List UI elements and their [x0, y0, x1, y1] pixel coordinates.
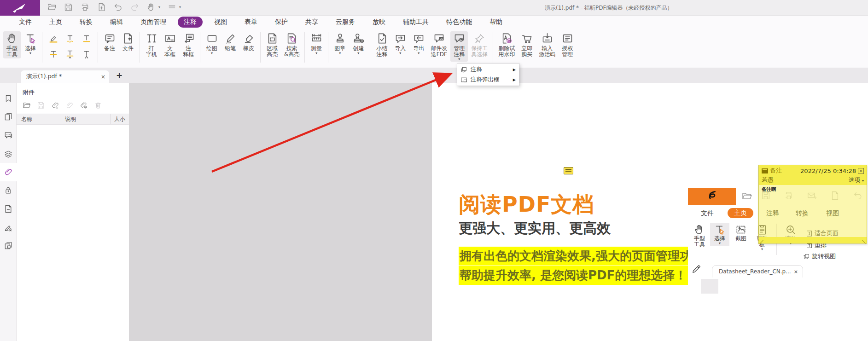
- measure-button[interactable]: 测量▾: [308, 31, 325, 56]
- dropdown-item-comment-popup[interactable]: 注释弹出框 ▶: [457, 75, 519, 85]
- pdf-page[interactable]: 阅读PDF文档 更强大、更实用、更高效 拥有出色的文档渲染效果,强大的页面管理功…: [432, 83, 868, 341]
- note-annotation-anchor-icon[interactable]: [564, 167, 573, 174]
- menu-tab-视图[interactable]: 视图: [208, 17, 233, 28]
- area-highlight-button[interactable]: 区域高亮: [263, 31, 281, 58]
- replace-text-button[interactable]: [63, 48, 77, 61]
- sticky-note-options[interactable]: 选项 ▾: [849, 176, 864, 184]
- highlight-text-button[interactable]: [46, 32, 61, 45]
- insert-text-button[interactable]: [79, 48, 94, 61]
- underline-text-button[interactable]: [79, 32, 94, 45]
- delete-attachment-icon[interactable]: [94, 101, 102, 110]
- reader-select-tool[interactable]: 选择 ▾: [710, 223, 729, 246]
- destinations-panel-icon[interactable]: [0, 200, 17, 218]
- open-file-icon[interactable]: [47, 2, 57, 12]
- menu-tab-表单[interactable]: 表单: [239, 17, 263, 28]
- sticky-note-body[interactable]: 备注啊: [759, 185, 867, 237]
- import-comments-button[interactable]: 导入▾: [391, 31, 409, 56]
- new-document-icon[interactable]: [97, 2, 106, 12]
- summarize-comments-button[interactable]: 小结注释: [373, 31, 390, 58]
- stamp-icon: [334, 32, 346, 45]
- menu-tab-特色功能[interactable]: 特色功能: [440, 17, 478, 28]
- menu-tab-云服务[interactable]: 云服务: [330, 17, 361, 28]
- column-size[interactable]: 大小: [111, 114, 129, 124]
- document-tab-label: 演示(1).pdf *: [26, 73, 62, 81]
- layers-panel-icon[interactable]: [0, 144, 17, 163]
- attachment-icon[interactable]: [65, 101, 74, 110]
- fields-panel-icon[interactable]: [0, 237, 17, 255]
- license-manage-button[interactable]: 授权管理: [559, 31, 576, 58]
- menu-tab-保护[interactable]: 保护: [269, 17, 294, 28]
- callout-button[interactable]: 注释框: [180, 31, 197, 58]
- add-attachment-icon[interactable]: [51, 101, 59, 110]
- new-tab-button[interactable]: +: [116, 71, 122, 80]
- squiggly-underline-button[interactable]: [63, 32, 77, 45]
- hand-tool-button[interactable]: 手型工具: [3, 31, 21, 58]
- manage-comments-button[interactable]: 管理注释▾: [450, 31, 468, 62]
- dropdown-item-comment[interactable]: 注释 ▶: [457, 64, 519, 75]
- reader-tab-home[interactable]: 主页: [728, 208, 753, 218]
- sticky-note-popup[interactable]: 备注 2022/7/25 0:34:28 × 若愚 选项 ▾ 备注啊: [758, 165, 867, 244]
- note-comment-button[interactable]: 备注: [101, 31, 118, 52]
- menu-tab-转换[interactable]: 转换: [74, 17, 99, 28]
- file-attachment-comment-button[interactable]: 文件: [119, 31, 137, 52]
- reader-open-folder-icon: [741, 191, 752, 202]
- strikeout-text-button[interactable]: [46, 48, 61, 61]
- pdf-highlighted-line2: 帮助提升效率, 是您阅读PDF的理想选择！: [459, 266, 689, 285]
- undo-icon[interactable]: [113, 2, 123, 12]
- sticky-note-close-icon[interactable]: ×: [858, 168, 864, 174]
- reader-snapshot-tool[interactable]: 截图: [731, 224, 751, 242]
- reader-page-strip: [701, 279, 718, 294]
- buy-now-button[interactable]: 立即购买: [518, 31, 536, 58]
- reader-document-tab[interactable]: Datasheet_Reader_CN.p... ×: [712, 265, 803, 277]
- sticky-note-author: 若愚: [762, 176, 774, 184]
- pencil-button[interactable]: 铅笔: [221, 31, 239, 52]
- reader-tab-close-icon[interactable]: ×: [794, 269, 798, 275]
- menu-tab-辅助工具[interactable]: 辅助工具: [397, 17, 435, 28]
- document-tab[interactable]: 演示(1).pdf * ×: [21, 70, 109, 83]
- save-icon[interactable]: [64, 2, 73, 12]
- comments-panel-icon[interactable]: [0, 126, 17, 144]
- menu-tab-共享[interactable]: 共享: [299, 17, 324, 28]
- bookmarks-panel-icon[interactable]: [0, 89, 17, 108]
- column-description[interactable]: 说明: [61, 114, 111, 124]
- redo-icon[interactable]: [130, 2, 140, 12]
- save-attachment-icon[interactable]: [37, 101, 45, 110]
- select-tool-button[interactable]: 选择▾: [22, 31, 39, 56]
- open-attachment-icon[interactable]: [23, 101, 31, 110]
- drawing-button[interactable]: 绘图▾: [203, 31, 221, 56]
- column-name[interactable]: 名称: [17, 114, 61, 124]
- menu-tab-文件[interactable]: 文件: [13, 17, 38, 28]
- enter-activation-code-button[interactable]: 输入激活码: [536, 31, 558, 58]
- menu-tab-放映[interactable]: 放映: [367, 17, 391, 28]
- textbox-button[interactable]: 文本框: [161, 31, 179, 58]
- pages-panel-icon[interactable]: [0, 108, 17, 126]
- attachment-settings-icon[interactable]: [80, 101, 88, 110]
- create-stamp-button[interactable]: 创建▾: [350, 31, 367, 56]
- reader-tab-file[interactable]: 文件: [701, 209, 714, 218]
- eraser-button[interactable]: 橡皮: [240, 31, 257, 52]
- menu-tab-注释[interactable]: 注释: [178, 17, 203, 28]
- menu-tab-编辑[interactable]: 编辑: [104, 17, 129, 28]
- export-comments-button[interactable]: 导出▾: [410, 31, 427, 56]
- sticky-note-resize-strip[interactable]: [759, 237, 867, 243]
- hand-quick-icon[interactable]: [146, 2, 156, 12]
- customize-toolbar-icon[interactable]: [167, 2, 177, 12]
- search-highlight-button[interactable]: 搜索&高亮: [282, 31, 302, 58]
- reader-hand-tool[interactable]: 手型工具: [690, 224, 709, 248]
- print-icon[interactable]: [80, 2, 90, 12]
- keep-tool-selected-button[interactable]: 保持工具选择: [469, 31, 490, 58]
- security-panel-icon[interactable]: [0, 181, 17, 200]
- signature-panel-icon[interactable]: [0, 218, 17, 237]
- attachments-panel-icon[interactable]: [0, 163, 17, 181]
- document-canvas[interactable]: 阅读PDF文档 更强大、更实用、更高效 拥有出色的文档渲染效果,强大的页面管理功…: [129, 83, 868, 341]
- remove-trial-watermark-button[interactable]: 删除试用水印: [496, 31, 517, 58]
- tab-close-icon[interactable]: ×: [101, 74, 105, 80]
- reader-rotate-view[interactable]: 旋转视图: [803, 252, 836, 260]
- menu-tab-主页[interactable]: 主页: [43, 17, 68, 28]
- stamp-button[interactable]: 图章▾: [331, 31, 349, 56]
- email-fdf-button[interactable]: 邮件发送FDF: [428, 31, 449, 58]
- rotate-view-icon: [803, 253, 810, 260]
- typewriter-button[interactable]: 打字机: [143, 31, 160, 58]
- menu-tab-帮助[interactable]: 帮助: [484, 17, 508, 28]
- menu-tab-页面管理[interactable]: 页面管理: [134, 17, 172, 28]
